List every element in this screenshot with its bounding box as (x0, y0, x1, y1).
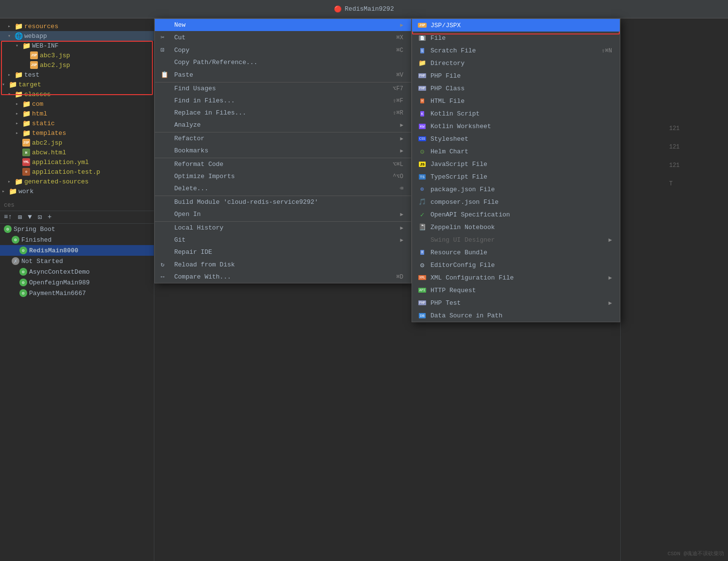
tree-item-templates[interactable]: 📁 templates (0, 128, 154, 138)
menu-item-open-in[interactable]: Open In ▶ (155, 208, 411, 220)
arrow-icon (16, 43, 22, 49)
submenu-item-resource-bundle[interactable]: R Resource Bundle (412, 246, 620, 259)
item-label: target (18, 81, 41, 88)
submenu-item-jsp[interactable]: JSP JSP/JSPX (412, 19, 620, 32)
js-label: JavaScript File (430, 161, 487, 168)
paste-icon: 📋 (161, 71, 170, 79)
tree-item-work[interactable]: 📁 work (0, 186, 154, 196)
submenu-item-openapi[interactable]: ✓ OpenAPI Specification (412, 208, 620, 221)
menu-item-refactor[interactable]: Refactor ▶ (155, 132, 411, 145)
swing-arrow: ▶ (609, 236, 612, 244)
tree-item-generated-sources[interactable]: 📁 generated-sources (0, 177, 154, 186)
tree-item-appyml[interactable]: YML application.yml (0, 157, 154, 167)
menu-item-replace[interactable]: Replace in Files... ⇧⌘R (155, 107, 411, 119)
run-item-spring-boot[interactable]: ⚙ Spring Boot (0, 224, 154, 234)
paste-shortcut: ⌘V (397, 71, 403, 79)
folder-icon: 📁 (15, 22, 22, 30)
menu-item-delete[interactable]: Delete... ⌫ (155, 182, 411, 195)
tree-item-abc2jsp-target[interactable]: JSP abc2.jsp (0, 138, 154, 148)
menu-item-build-module[interactable]: Build Module 'cloud-redis-service9292' (155, 196, 411, 208)
bookmarks-arrow: ▶ (400, 148, 403, 154)
submenu-item-kotlin-worksheet[interactable]: KW Kotlin Worksheet (412, 120, 620, 132)
submenu-item-editorconfig[interactable]: ⚙ EditorConfig File (412, 259, 620, 271)
submenu-item-composer[interactable]: 🎵 composer.json File (412, 196, 620, 208)
scratch-label: Scratch File (430, 47, 476, 54)
tree-item-apptest[interactable]: ⚙ application-test.p (0, 167, 154, 177)
menu-item-copy[interactable]: ⊡ Copy ⌘C (155, 44, 411, 56)
menu-item-find-files[interactable]: Find in Files... ⇧⌘F (155, 95, 411, 107)
menu-item-optimize[interactable]: Optimize Imports ^⌥O (155, 170, 411, 182)
line-numbers: 121 121 121 T (669, 125, 680, 187)
menu-label-refactor: Refactor (174, 135, 396, 142)
tree-item-static[interactable]: 📁 static (0, 118, 154, 128)
folder-icon: 📁 (22, 110, 30, 117)
scratch-shortcut: ⇧⌘N (601, 47, 612, 54)
submenu-item-ts[interactable]: TS TypeScript File (412, 170, 620, 183)
menu-item-reload[interactable]: ↻ Reload from Disk (155, 258, 411, 271)
cut-icon: ✂ (161, 33, 170, 41)
toolbar-btn-expand[interactable]: ⊞ (18, 213, 22, 221)
tree-item-test[interactable]: 📁 test (0, 70, 154, 80)
menu-item-copy-path[interactable]: Copy Path/Reference... (155, 56, 411, 68)
menu-item-cut[interactable]: ✂ Cut ⌘X (155, 31, 411, 44)
submenu-item-xml-config[interactable]: XML XML Configuration File ▶ (412, 271, 620, 284)
submenu-item-directory[interactable]: 📁 Directory (412, 57, 620, 69)
spring-boot-label: Spring Boot (14, 226, 55, 233)
folder-icon: 📁 (22, 119, 30, 127)
line-number-1: 121 (669, 125, 680, 132)
menu-item-find-usages[interactable]: Find Usages ⌥F7 (155, 82, 411, 95)
tree-item-classes[interactable]: 📁 classes (0, 89, 154, 99)
menu-item-git[interactable]: Git ▶ (155, 234, 411, 246)
menu-label-paste: Paste (174, 71, 385, 79)
submenu-item-package-json[interactable]: ⊕ package.json File (412, 183, 620, 196)
tree-item-abc3jsp[interactable]: JSP abc3.jsp (0, 50, 154, 60)
jsp-file-icon: JSP (22, 139, 30, 147)
run-item-redis8000[interactable]: ⚙ RedisMain8000 (0, 245, 154, 256)
run-item-not-started[interactable]: ✗ Not Started (0, 256, 154, 266)
tree-item-abcwhtml[interactable]: H abcw.html (0, 148, 154, 157)
submenu-item-zeppelin[interactable]: 📓 Zeppelin Notebook (412, 221, 620, 233)
submenu-item-datasource[interactable]: DB Data Source in Path (412, 309, 620, 322)
run-item-openfeign[interactable]: ⚙ OpenfeignMain989 (0, 277, 154, 288)
tree-item-webinf[interactable]: 📁 WEB-INF (0, 41, 154, 50)
toolbar-btn-filter[interactable]: ▼ (28, 213, 32, 221)
tree-item-target[interactable]: 📁 target (0, 80, 154, 89)
menu-item-local-history[interactable]: Local History ▶ (155, 221, 411, 234)
menu-item-bookmarks[interactable]: Bookmarks ▶ (155, 145, 411, 157)
submenu-item-file[interactable]: 📄 File (412, 32, 620, 44)
tree-item-html[interactable]: 📁 html (0, 109, 154, 118)
file-label: File (430, 34, 446, 42)
menu-item-new[interactable]: New ▶ (155, 19, 411, 31)
tree-item-com[interactable]: 📁 com (0, 99, 154, 109)
run-item-payment[interactable]: ⚙ PaymentMain6667 (0, 288, 154, 298)
xml-config-label: XML Configuration File (430, 274, 514, 281)
tree-item-abc2jsp-web[interactable]: JSP abc2.jsp (0, 60, 154, 70)
submenu-item-http[interactable]: API HTTP Request (412, 284, 620, 297)
submenu-item-helm[interactable]: ⚙ Helm Chart (412, 145, 620, 158)
menu-item-repair-ide[interactable]: Repair IDE (155, 246, 411, 258)
run-item-finished[interactable]: ⚙ Finished (0, 234, 154, 245)
not-started-label: Not Started (21, 258, 63, 265)
submenu-item-html[interactable]: H HTML File (412, 95, 620, 107)
async-icon: ⚙ (19, 268, 27, 276)
submenu-item-php-test[interactable]: PHP PHP Test ▶ (412, 297, 620, 309)
menu-item-analyze[interactable]: Analyze ▶ (155, 119, 411, 131)
submenu-item-scratch[interactable]: S Scratch File ⇧⌘N (412, 44, 620, 57)
submenu-item-php-file[interactable]: PHP PHP File (412, 69, 620, 82)
toolbar-btn-add[interactable]: + (48, 213, 51, 221)
submenu-item-stylesheet[interactable]: CSS Stylesheet (412, 132, 620, 145)
php-test-arrow: ▶ (609, 299, 612, 307)
toolbar-btn-sort[interactable]: ≡↑ (4, 213, 12, 221)
menu-item-reformat[interactable]: Reformat Code ⌥⌘L (155, 158, 411, 170)
toolbar-btn-collapse[interactable]: ⊡ (38, 213, 42, 221)
submenu-item-kotlin-script[interactable]: K Kotlin Script (412, 107, 620, 120)
tree-item-webapp[interactable]: 🌐 webapp (0, 31, 154, 41)
menu-item-compare[interactable]: ↔ Compare With... ⌘D (155, 271, 411, 283)
delete-shortcut: ⌫ (400, 185, 403, 192)
submenu-item-js[interactable]: JS JavaScript File (412, 158, 620, 170)
run-item-async[interactable]: ⚙ AsyncContextDemo (0, 266, 154, 277)
folder-icon: 📁 (15, 90, 22, 98)
tree-item-resources[interactable]: 📁 resources (0, 21, 154, 31)
menu-item-paste[interactable]: 📋 Paste ⌘V (155, 68, 411, 81)
submenu-item-php-class[interactable]: PHP PHP Class (412, 82, 620, 95)
